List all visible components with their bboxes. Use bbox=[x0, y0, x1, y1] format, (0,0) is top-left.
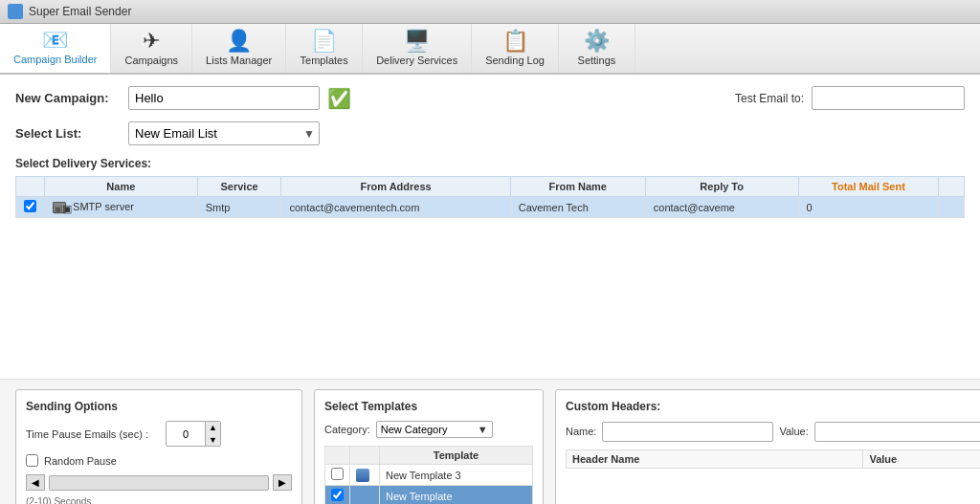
toolbar-item-templates[interactable]: 📄 Templates bbox=[286, 24, 363, 73]
th-reply-to: Reply To bbox=[645, 177, 798, 197]
templates-title: Select Templates bbox=[324, 400, 533, 413]
campaign-input[interactable] bbox=[128, 86, 320, 110]
select-list-dropdown[interactable]: New Email List ▼ bbox=[128, 121, 320, 145]
campaigns-icon: ✈ bbox=[143, 31, 160, 52]
toolbar-label-settings: Settings bbox=[578, 55, 616, 66]
template-folder-icon bbox=[356, 469, 369, 482]
toolbar-label-delivery-services: Delivery Services bbox=[376, 55, 457, 66]
row-name: ▣ SMTP server bbox=[45, 197, 198, 218]
header-value-input[interactable] bbox=[814, 422, 980, 442]
select-list-row: Select List: New Email List ▼ bbox=[15, 121, 965, 145]
campaign-row: New Campaign: ✅ Test Email to: bbox=[15, 86, 965, 110]
select-list-select[interactable]: New Email List bbox=[129, 122, 319, 144]
template-file-icon bbox=[356, 490, 369, 503]
time-pause-label: Time Pause Emails (sec) : bbox=[26, 428, 160, 440]
server-icon: ▣ bbox=[53, 202, 66, 213]
table-row[interactable]: ▣ SMTP server Smtp contact@cavementech.c… bbox=[16, 197, 965, 218]
time-pause-input-wrap: ▲ ▼ bbox=[166, 421, 221, 447]
th-name: Name bbox=[45, 177, 198, 197]
toolbar-label-campaigns: Campaigns bbox=[124, 55, 178, 66]
toolbar-label-sending-log: Sending Log bbox=[485, 55, 545, 66]
toolbar-label-templates: Templates bbox=[301, 55, 348, 66]
th-template-check bbox=[325, 447, 350, 465]
category-row: Category: New Category ▼ bbox=[324, 421, 533, 438]
app-icon bbox=[8, 4, 23, 19]
random-pause-row: Random Pause bbox=[26, 454, 292, 467]
category-select[interactable]: New Category bbox=[377, 422, 492, 437]
test-email-label: Test Email to: bbox=[735, 92, 804, 105]
category-select-wrap[interactable]: New Category ▼ bbox=[376, 421, 493, 438]
template-table: Template New Template 3 New Template bbox=[324, 446, 533, 504]
campaign-builder-icon: 📧 bbox=[42, 30, 68, 51]
template-name-1: New Template 3 bbox=[380, 465, 533, 486]
toolbar-item-campaign-builder[interactable]: 📧 Campaign Builder bbox=[0, 24, 111, 73]
th-total-mail: Total Mail Sent bbox=[798, 177, 939, 197]
settings-icon: ⚙️ bbox=[584, 31, 610, 52]
time-pause-up[interactable]: ▲ bbox=[205, 422, 220, 434]
slider-track[interactable] bbox=[49, 475, 269, 491]
th-header-name: Header Name bbox=[567, 450, 863, 469]
test-email-input[interactable] bbox=[812, 86, 965, 110]
bottom-section: Sending Options Time Pause Emails (sec) … bbox=[0, 379, 980, 504]
row-checkbox[interactable] bbox=[24, 200, 36, 212]
row-action bbox=[939, 197, 965, 218]
main-content: New Campaign: ✅ Test Email to: Select Li… bbox=[0, 75, 980, 379]
random-pause-checkbox[interactable] bbox=[26, 454, 38, 467]
toolbar-item-campaigns[interactable]: ✈ Campaigns bbox=[111, 24, 192, 73]
select-list-label: Select List: bbox=[15, 126, 121, 141]
row-total-mail: 0 bbox=[798, 197, 939, 218]
toolbar-item-sending-log[interactable]: 📋 Sending Log bbox=[472, 24, 559, 73]
th-header-value: Value bbox=[863, 450, 980, 469]
delivery-services-icon: 🖥️ bbox=[404, 31, 430, 52]
time-pause-row: Time Pause Emails (sec) : ▲ ▼ bbox=[26, 421, 292, 447]
slider-row: ◀ ▶ bbox=[26, 474, 292, 491]
title-bar: Super Email Sender bbox=[0, 0, 980, 24]
toolbar-item-delivery-services[interactable]: 🖥️ Delivery Services bbox=[363, 24, 472, 73]
custom-headers-title: Custom Headers: bbox=[566, 400, 980, 413]
app-title: Super Email Sender bbox=[29, 5, 131, 18]
delivery-table: Name Service From Address From Name Repl… bbox=[15, 176, 965, 218]
th-from-address: From Address bbox=[281, 177, 510, 197]
sending-options-title: Sending Options bbox=[26, 400, 292, 413]
toolbar: 📧 Campaign Builder ✈ Campaigns 👤 Lists M… bbox=[0, 24, 980, 75]
th-template-name: Template bbox=[380, 447, 533, 465]
sending-log-icon: 📋 bbox=[502, 31, 528, 52]
time-pause-input[interactable] bbox=[167, 427, 205, 442]
toolbar-item-settings[interactable]: ⚙️ Settings bbox=[559, 24, 635, 73]
template-row[interactable]: New Template bbox=[325, 486, 533, 505]
toolbar-label-campaign-builder: Campaign Builder bbox=[13, 54, 97, 65]
delivery-table-area: Name Service From Address From Name Repl… bbox=[15, 176, 965, 367]
th-template-icon bbox=[350, 447, 380, 465]
value-label: Value: bbox=[779, 426, 808, 437]
slider-right-btn[interactable]: ▶ bbox=[273, 474, 292, 491]
category-label: Category: bbox=[324, 424, 370, 435]
time-pause-down[interactable]: ▼ bbox=[205, 434, 220, 447]
row-reply-to: contact@caveme bbox=[645, 197, 798, 218]
th-from-name: From Name bbox=[510, 177, 645, 197]
template-icon-cell bbox=[350, 465, 380, 486]
toolbar-label-lists-manager: Lists Manager bbox=[206, 55, 272, 66]
template-checkbox-2[interactable] bbox=[331, 489, 344, 501]
delivery-services-section: Select Delivery Services: Name Service F… bbox=[15, 157, 965, 367]
custom-headers-panel: Custom Headers: Name: Value: + Header Na… bbox=[555, 389, 980, 504]
headers-table: Header Name Value bbox=[566, 449, 980, 469]
toolbar-item-lists-manager[interactable]: 👤 Lists Manager bbox=[192, 24, 286, 73]
slider-left-btn[interactable]: ◀ bbox=[26, 474, 45, 491]
lists-manager-icon: 👤 bbox=[226, 31, 252, 52]
row-from-name: Cavemen Tech bbox=[510, 197, 645, 218]
template-row[interactable]: New Template 3 bbox=[325, 465, 533, 486]
random-pause-label: Random Pause bbox=[44, 455, 117, 467]
templates-icon: 📄 bbox=[311, 31, 337, 52]
row-service: Smtp bbox=[197, 197, 281, 218]
template-icon-cell-2 bbox=[350, 486, 380, 505]
header-name-input[interactable] bbox=[602, 422, 773, 442]
campaign-valid-icon: ✅ bbox=[327, 87, 351, 110]
sending-options-panel: Sending Options Time Pause Emails (sec) … bbox=[15, 389, 302, 504]
campaign-label: New Campaign: bbox=[15, 91, 121, 105]
template-checkbox-1[interactable] bbox=[331, 468, 344, 480]
headers-form: Name: Value: + bbox=[566, 421, 980, 442]
delivery-services-label: Select Delivery Services: bbox=[15, 157, 965, 170]
template-check-cell bbox=[325, 465, 350, 486]
th-actions bbox=[939, 177, 965, 197]
templates-panel: Select Templates Category: New Category … bbox=[314, 389, 544, 504]
